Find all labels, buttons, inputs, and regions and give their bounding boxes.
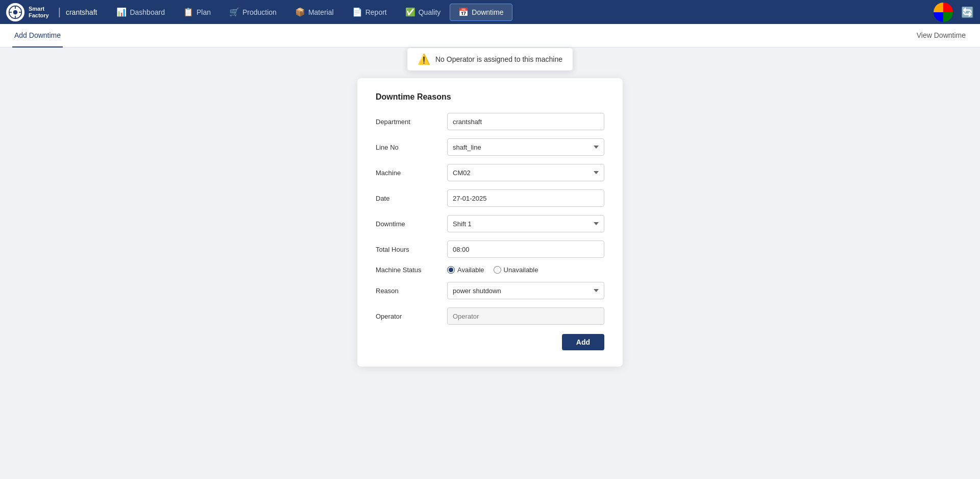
operator-label: Operator — [376, 313, 447, 320]
date-input[interactable] — [447, 189, 604, 207]
form-row-machine-status: Machine Status Available Unavailable — [376, 266, 604, 274]
nav-items: 📊 Dashboard 📋 Plan 🛒 Production 📦 Materi… — [107, 0, 934, 24]
form-row-total-hours: Total Hours — [376, 241, 604, 258]
radio-available[interactable] — [447, 266, 455, 274]
production-icon: 🛒 — [229, 7, 239, 17]
user-avatar[interactable] — [934, 3, 953, 22]
form-title: Downtime Reasons — [376, 92, 604, 102]
nav-item-production[interactable]: 🛒 Production — [220, 0, 286, 24]
brand-name-line1: Smart — [29, 6, 49, 12]
total-hours-input[interactable] — [447, 241, 604, 258]
toast-message: No Operator is assigned to this machine — [435, 55, 562, 63]
form-row-downtime: Downtime Shift 1Shift 2Shift 3 — [376, 215, 604, 232]
line-no-label: Line No — [376, 143, 447, 151]
reason-select[interactable]: power shutdownbreakdownmaintenanceno mat… — [447, 282, 604, 299]
nav-item-report[interactable]: 📄 Report — [343, 0, 396, 24]
machine-status-label: Machine Status — [376, 266, 447, 274]
downtime-select[interactable]: Shift 1Shift 2Shift 3 — [447, 215, 604, 232]
machine-status-radio-group: Available Unavailable — [447, 266, 604, 274]
department-input[interactable] — [447, 113, 604, 130]
date-label: Date — [376, 195, 447, 202]
form-footer: Add — [376, 334, 604, 350]
brand-logo — [6, 3, 24, 21]
radio-label-available[interactable]: Available — [447, 266, 484, 274]
line-no-select[interactable]: shaft_line — [447, 138, 604, 156]
nav-item-dashboard[interactable]: 📊 Dashboard — [107, 0, 174, 24]
nav-right: 🔄 — [934, 3, 974, 22]
form-row-line-no: Line No shaft_line — [376, 138, 604, 156]
material-icon: 📦 — [295, 7, 305, 17]
nav-divider: | — [58, 6, 61, 18]
machine-select[interactable]: CM02 — [447, 164, 604, 181]
downtime-label: Downtime — [376, 220, 447, 228]
notification-icon[interactable]: 🔄 — [961, 6, 974, 18]
report-icon: 📄 — [352, 7, 362, 17]
form-row-operator: Operator — [376, 307, 604, 325]
department-label: Department — [376, 118, 447, 126]
quality-icon: ✅ — [405, 7, 415, 17]
machine-label: Machine — [376, 169, 447, 177]
downtime-icon: 📅 — [458, 7, 469, 17]
sub-nav-view-downtime[interactable]: View Downtime — [915, 24, 968, 47]
nav-item-quality[interactable]: ✅ Quality — [396, 0, 450, 24]
radio-label-unavailable[interactable]: Unavailable — [494, 266, 538, 274]
operator-input[interactable] — [447, 307, 604, 325]
form-row-reason: Reason power shutdownbreakdownmaintenanc… — [376, 282, 604, 299]
nav-item-downtime[interactable]: 📅 Downtime — [450, 4, 512, 21]
nav-item-plan[interactable]: 📋 Plan — [174, 0, 220, 24]
plan-icon: 📋 — [183, 7, 193, 17]
add-button[interactable]: Add — [562, 334, 604, 350]
nav-item-plan-label: Plan — [197, 8, 211, 16]
nav-item-material-label: Material — [308, 8, 334, 16]
nav-machine-label: crantshaft — [66, 8, 97, 16]
nav-item-downtime-label: Downtime — [472, 8, 503, 16]
svg-point-1 — [13, 10, 18, 14]
form-row-date: Date — [376, 189, 604, 207]
brand-name-line2: Factory — [29, 12, 49, 18]
toast-warning-icon: ⚠️ — [418, 53, 430, 65]
form-row-machine: Machine CM02 — [376, 164, 604, 181]
main-content: ⚠️ No Operator is assigned to this machi… — [0, 47, 980, 387]
dashboard-icon: 📊 — [116, 7, 127, 17]
nav-item-material[interactable]: 📦 Material — [286, 0, 343, 24]
downtime-reasons-form: Downtime Reasons Department Line No shaf… — [357, 78, 623, 367]
sub-nav: Add Downtime View Downtime — [0, 24, 980, 47]
radio-unavailable-text: Unavailable — [504, 266, 538, 274]
nav-item-report-label: Report — [365, 8, 387, 16]
brand[interactable]: Smart Factory — [6, 3, 49, 21]
form-row-department: Department — [376, 113, 604, 130]
sub-nav-add-downtime[interactable]: Add Downtime — [12, 24, 63, 47]
nav-item-dashboard-label: Dashboard — [130, 8, 165, 16]
radio-available-text: Available — [457, 266, 484, 274]
reason-label: Reason — [376, 287, 447, 295]
total-hours-label: Total Hours — [376, 246, 447, 253]
radio-unavailable[interactable] — [494, 266, 501, 274]
nav-item-quality-label: Quality — [419, 8, 441, 16]
toast-notification: ⚠️ No Operator is assigned to this machi… — [407, 47, 573, 71]
navbar: Smart Factory | crantshaft 📊 Dashboard 📋… — [0, 0, 980, 24]
nav-item-production-label: Production — [242, 8, 277, 16]
